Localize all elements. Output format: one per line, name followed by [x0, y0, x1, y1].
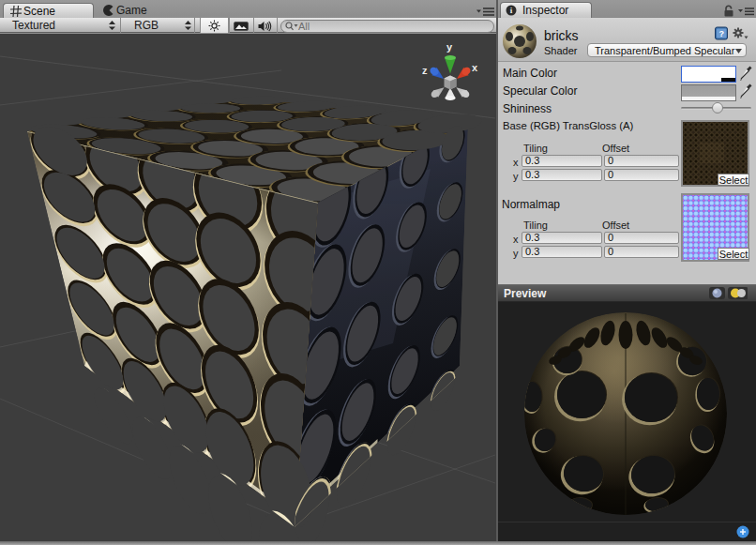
svg-text:z: z [422, 65, 428, 76]
svg-text:y: y [446, 41, 453, 53]
svg-text:x: x [472, 62, 478, 73]
svg-text:?: ? [718, 29, 724, 38]
